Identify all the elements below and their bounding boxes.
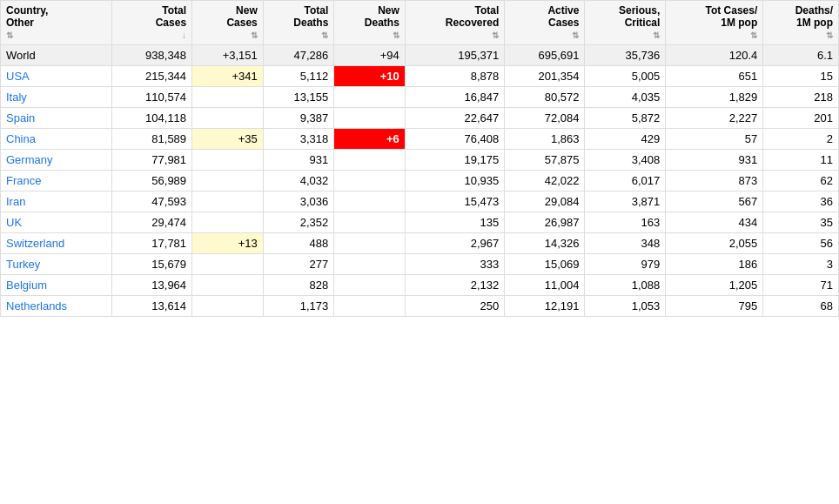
country-name[interactable]: USA [1, 66, 112, 87]
active-cases: 29,084 [505, 192, 585, 212]
col-header-deaths-per-m[interactable]: Deaths/1M pop ⇅ [763, 1, 839, 45]
col-header-new-cases[interactable]: NewCases ⇅ [192, 1, 264, 45]
active-cases: 26,987 [505, 212, 585, 233]
active-cases: 11,004 [505, 275, 585, 296]
active-cases: 15,069 [505, 254, 585, 275]
active-cases: 1,863 [505, 129, 585, 150]
new-cases: +35 [192, 129, 264, 150]
country-name[interactable]: Germany [1, 150, 112, 171]
col-header-total-recovered[interactable]: TotalRecovered ⇅ [405, 1, 504, 45]
tot-cases-per-m: 567 [666, 192, 763, 212]
sort-icon-new-cases: ⇅ [251, 30, 258, 40]
tot-cases-per-m: 1,205 [666, 275, 763, 296]
col-header-serious-critical[interactable]: Serious,Critical ⇅ [585, 1, 666, 45]
country-link[interactable]: Germany [6, 153, 52, 166]
active-cases: 57,875 [505, 150, 585, 171]
country-name[interactable]: Italy [1, 87, 112, 108]
country-name[interactable]: Iran [1, 192, 112, 212]
total-deaths: 488 [263, 233, 334, 254]
col-header-new-deaths[interactable]: NewDeaths ⇅ [334, 1, 406, 45]
table-row: Netherlands 13,614 1,173 250 12,191 1,05… [1, 296, 839, 317]
active-cases: 80,572 [505, 87, 585, 108]
deaths-per-m: 56 [763, 233, 839, 254]
new-deaths [334, 212, 406, 233]
total-recovered: 333 [405, 254, 504, 275]
total-deaths: 277 [263, 254, 334, 275]
country-link[interactable]: China [6, 132, 36, 145]
world-deaths-per-m: 6.1 [763, 45, 839, 66]
col-header-country[interactable]: Country,Other ⇅ [1, 1, 112, 45]
total-cases: 56,989 [111, 171, 191, 192]
sort-icon-active-cases: ⇅ [572, 30, 579, 40]
total-cases: 110,574 [111, 87, 191, 108]
new-deaths [334, 108, 406, 129]
total-deaths: 13,155 [263, 87, 334, 108]
deaths-per-m: 11 [763, 150, 839, 171]
country-link[interactable]: USA [6, 70, 30, 83]
world-total-cases: 938,348 [111, 45, 191, 66]
new-cases: +13 [192, 233, 264, 254]
country-name[interactable]: China [1, 129, 112, 150]
total-recovered: 250 [405, 296, 504, 317]
tot-cases-per-m: 931 [666, 150, 763, 171]
tot-cases-per-m: 434 [666, 212, 763, 233]
header-row: Country,Other ⇅ TotalCases ↓ NewCases ⇅ … [1, 1, 839, 45]
country-link[interactable]: Turkey [6, 258, 40, 271]
total-recovered: 8,878 [405, 66, 504, 87]
col-header-total-deaths[interactable]: TotalDeaths ⇅ [263, 1, 334, 45]
sort-icon-total-cases: ↓ [182, 30, 186, 40]
country-link[interactable]: France [6, 174, 41, 187]
table-row: Germany 77,981 931 19,175 57,875 3,408 9… [1, 150, 839, 171]
world-active-cases: 695,691 [505, 45, 585, 66]
country-name[interactable]: Turkey [1, 254, 112, 275]
new-cases [192, 150, 264, 171]
deaths-per-m: 15 [763, 66, 839, 87]
deaths-per-m: 68 [763, 296, 839, 317]
deaths-per-m: 62 [763, 171, 839, 192]
sort-icon-new-deaths: ⇅ [393, 30, 399, 40]
new-cases [192, 275, 264, 296]
country-name[interactable]: UK [1, 212, 112, 233]
country-name[interactable]: Switzerland [1, 233, 112, 254]
total-deaths: 931 [263, 150, 334, 171]
new-cases [192, 87, 264, 108]
new-deaths [334, 192, 406, 212]
total-deaths: 2,352 [263, 212, 334, 233]
table-row: Belgium 13,964 828 2,132 11,004 1,088 1,… [1, 275, 839, 296]
serious-critical: 5,872 [585, 108, 666, 129]
country-name[interactable]: Belgium [1, 275, 112, 296]
world-country: World [1, 45, 112, 66]
new-cases: +341 [192, 66, 264, 87]
new-cases [192, 108, 264, 129]
total-recovered: 16,847 [405, 87, 504, 108]
table-row: China 81,589 +35 3,318 +6 76,408 1,863 4… [1, 129, 839, 150]
world-new-deaths: +94 [334, 45, 406, 66]
total-recovered: 135 [405, 212, 504, 233]
country-name[interactable]: France [1, 171, 112, 192]
tot-cases-per-m: 1,829 [666, 87, 763, 108]
country-link[interactable]: Spain [6, 111, 35, 124]
col-header-total-cases[interactable]: TotalCases ↓ [111, 1, 191, 45]
active-cases: 42,022 [505, 171, 585, 192]
country-link[interactable]: Italy [6, 91, 27, 104]
country-link[interactable]: UK [6, 216, 22, 229]
country-link[interactable]: Switzerland [6, 237, 64, 250]
country-name[interactable]: Netherlands [1, 296, 112, 317]
tot-cases-per-m: 873 [666, 171, 763, 192]
total-recovered: 10,935 [405, 171, 504, 192]
total-recovered: 22,647 [405, 108, 504, 129]
country-link[interactable]: Netherlands [6, 299, 67, 312]
deaths-per-m: 2 [763, 129, 839, 150]
col-header-tot-cases-per-m[interactable]: Tot Cases/1M pop ⇅ [666, 1, 763, 45]
total-recovered: 2,132 [405, 275, 504, 296]
col-header-active-cases[interactable]: ActiveCases ⇅ [505, 1, 585, 45]
table-row: France 56,989 4,032 10,935 42,022 6,017 … [1, 171, 839, 192]
deaths-per-m: 218 [763, 87, 839, 108]
deaths-per-m: 201 [763, 108, 839, 129]
country-link[interactable]: Belgium [6, 279, 47, 292]
country-name[interactable]: Spain [1, 108, 112, 129]
total-deaths: 3,318 [263, 129, 334, 150]
country-link[interactable]: Iran [6, 195, 25, 208]
serious-critical: 3,871 [585, 192, 666, 212]
new-deaths [334, 233, 406, 254]
